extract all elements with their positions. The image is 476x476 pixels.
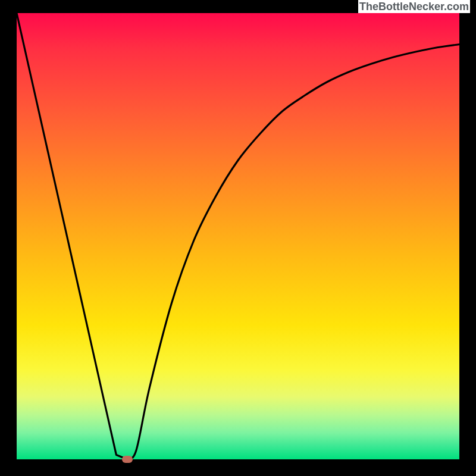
curve-svg bbox=[17, 13, 459, 459]
bottleneck-curve bbox=[17, 13, 459, 459]
attribution-label: TheBottleNecker.com bbox=[358, 0, 470, 13]
optimal-point-marker bbox=[122, 456, 133, 463]
plot-area bbox=[17, 13, 459, 459]
chart-frame: TheBottleNecker.com bbox=[0, 0, 476, 476]
